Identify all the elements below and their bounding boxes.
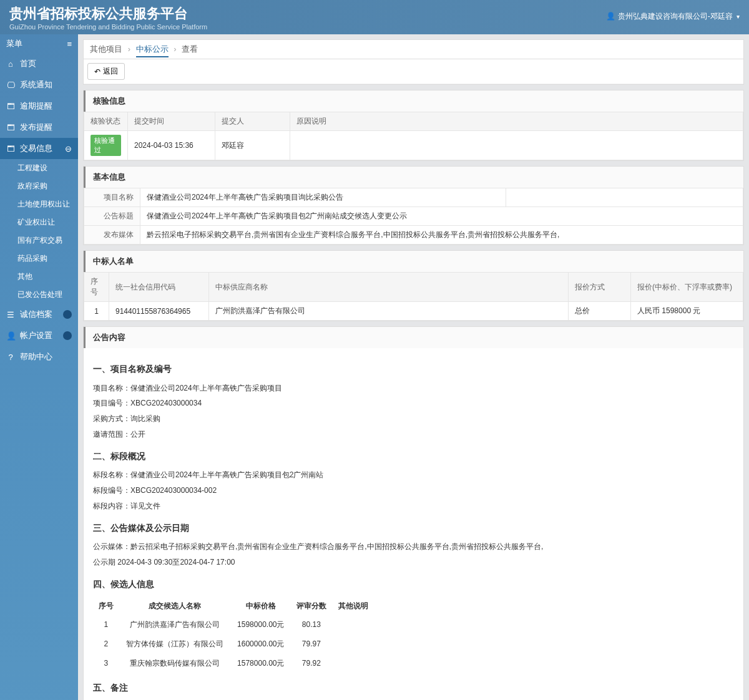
- cell: 1: [84, 302, 109, 321]
- winners-th: 中标供应商名称: [209, 273, 569, 302]
- menu-label: 菜单: [6, 38, 22, 49]
- sidebar-label: 诚信档案: [20, 309, 52, 320]
- notice-line: 标段名称：保健酒业公司2024年上半年高铁广告采购项目包2广州南站: [93, 468, 734, 482]
- sidebar-item-5[interactable]: ☰诚信档案: [0, 304, 78, 325]
- back-icon: ↶: [94, 67, 100, 76]
- winners-th: 序号: [84, 273, 109, 302]
- cand-th: 中标价格: [231, 596, 290, 616]
- notice-line: 项目编号：XBCG202403000034: [93, 396, 734, 411]
- winners-th: 报价方式: [569, 273, 631, 302]
- crumb-1[interactable]: 其他项目: [90, 44, 122, 54]
- cand-th: 评审分数: [290, 596, 332, 616]
- sidebar-subitem-4[interactable]: 国有产权交易: [0, 231, 78, 250]
- cell: 80.13: [290, 615, 332, 634]
- notice-line: 公示媒体：黔云招采电子招标采购交易平台,贵州省国有企业生产资料综合服务平台,中国…: [93, 540, 734, 554]
- verify-time: 2024-04-03 15:36: [128, 131, 215, 160]
- cell: 2: [93, 634, 119, 654]
- sidebar-label: 系统通知: [20, 79, 52, 90]
- notice-line: 采购方式：询比采购: [93, 412, 734, 426]
- sidebar-item-0[interactable]: ⌂首页: [0, 53, 78, 74]
- cell: 广州韵洪嘉泽广告有限公司: [119, 615, 231, 634]
- sidebar-subitem-6[interactable]: 其他: [0, 268, 78, 286]
- crumb-2[interactable]: 中标公示: [136, 44, 169, 57]
- status-badge: 核验通过: [91, 135, 121, 156]
- sidebar-item-4[interactable]: 🗔交易信息⊖: [0, 138, 78, 159]
- cell: [332, 615, 374, 634]
- sidebar-icon: 🗔: [6, 102, 15, 111]
- sidebar-icon: ☰: [6, 310, 15, 319]
- sidebar-subitem-1[interactable]: 政府采购: [0, 177, 78, 195]
- sidebar-icon: 🖵: [6, 80, 15, 90]
- cand-th: 其他说明: [332, 596, 374, 616]
- s1-title: 一、项目名称及编号: [93, 361, 734, 377]
- th-person: 提交人: [215, 112, 290, 131]
- sidebar-item-2[interactable]: 🗔逾期提醒: [0, 95, 78, 117]
- th-time: 提交时间: [128, 112, 215, 131]
- sidebar-icon: 🗔: [6, 123, 15, 132]
- s3-title: 三、公告媒体及公示日期: [93, 520, 734, 537]
- cell: 人民币 1598000 元: [631, 302, 743, 321]
- verify-reason: [290, 131, 743, 160]
- kv-val: 黔云招采电子招标采购交易平台,贵州省国有企业生产资料综合服务平台,中国招投标公共…: [140, 226, 743, 245]
- sidebar-item-7[interactable]: ?帮助中心: [0, 346, 78, 367]
- badge-dot: [63, 310, 72, 319]
- kv-val: 保健酒业公司2024年上半年高铁广告采购项目询比采购公告: [140, 188, 506, 207]
- verify-row: 核验通过 2024-04-03 15:36 邓廷容: [84, 131, 743, 160]
- cell: 914401155876364965: [109, 302, 209, 321]
- sidebar-subitem-2[interactable]: 土地使用权出让: [0, 195, 78, 213]
- cell: 1578000.00元: [231, 654, 290, 673]
- expand-icon: ⊖: [65, 144, 72, 153]
- cell: 79.92: [290, 654, 332, 673]
- sidebar-icon: ⌂: [6, 59, 15, 69]
- cand-th: 成交候选人名称: [119, 596, 231, 616]
- table-row: 1广州韵洪嘉泽广告有限公司1598000.00元80.13: [93, 615, 374, 634]
- winners-th: 统一社会信用代码: [109, 273, 209, 302]
- sidebar-subitem-7[interactable]: 已发公告处理: [0, 286, 78, 304]
- back-label: 返回: [103, 66, 118, 77]
- user-icon: 👤: [606, 12, 615, 21]
- th-reason: 原因说明: [290, 112, 743, 131]
- app-header: 贵州省招标投标公共服务平台 GuiZhou Province Tendering…: [0, 0, 749, 34]
- breadcrumb: 其他项目 › 中标公示 › 查看: [83, 39, 744, 59]
- app-subtitle: GuiZhou Province Tendering and Bidding P…: [9, 23, 207, 31]
- main-content: 其他项目 › 中标公示 › 查看 ↶ 返回 核验信息 核验状态 提交时间 提交人: [78, 34, 749, 700]
- sidebar-label: 帮助中心: [20, 351, 52, 362]
- s2-title: 二、标段概况: [93, 448, 734, 465]
- app-title: 贵州省招标投标公共服务平台: [9, 4, 207, 23]
- table-row: 1914401155876364965广州韵洪嘉泽广告有限公司总价人民币 159…: [84, 302, 743, 321]
- cell: [332, 654, 374, 673]
- cell: 1600000.00元: [231, 634, 290, 654]
- notice-title: 公告内容: [84, 327, 743, 348]
- sidebar-subitem-5[interactable]: 药品采购: [0, 250, 78, 268]
- notice-line: 项目名称：保健酒业公司2024年上半年高铁广告采购项目: [93, 381, 734, 396]
- winners-title: 中标人名单: [84, 251, 743, 272]
- menu-collapse-icon[interactable]: ≡: [67, 39, 72, 49]
- verify-table: 核验状态 提交时间 提交人 原因说明 核验通过 2024-04-03 15:36…: [84, 112, 743, 160]
- kv-val: 保健酒业公司2024年上半年高铁广告采购项目包2广州南站成交候选人变更公示: [140, 207, 743, 226]
- cell: 智方体传媒（江苏）有限公司: [119, 634, 231, 654]
- basic-title: 基本信息: [84, 167, 743, 188]
- sidebar-subitem-0[interactable]: 工程建设: [0, 159, 78, 177]
- notice-line: 邀请范围：公开: [93, 427, 734, 442]
- sidebar-label: 帐户设置: [20, 330, 52, 341]
- cell: 1: [93, 615, 119, 634]
- verify-person: 邓廷容: [215, 131, 290, 160]
- sidebar-icon: 🗔: [6, 144, 15, 153]
- notice-line: 标段编号：XBCG202403000034-002: [93, 484, 734, 498]
- th-status: 核验状态: [84, 112, 128, 131]
- kv-key: 项目名称: [84, 188, 140, 207]
- notice-line: 标段内容：详见文件: [93, 499, 734, 513]
- cell: 3: [93, 654, 119, 673]
- sidebar-item-6[interactable]: 👤帐户设置: [0, 325, 78, 346]
- sidebar-header: 菜单 ≡: [0, 34, 78, 53]
- sidebar: 菜单 ≡ ⌂首页🖵系统通知🗔逾期提醒🗔发布提醒🗔交易信息⊖工程建设政府采购土地使…: [0, 34, 78, 700]
- sidebar-item-3[interactable]: 🗔发布提醒: [0, 117, 78, 138]
- sidebar-subitem-3[interactable]: 矿业权出让: [0, 213, 78, 231]
- user-menu[interactable]: 👤 贵州弘典建设咨询有限公司-邓廷容: [606, 11, 740, 22]
- back-button[interactable]: ↶ 返回: [87, 63, 125, 80]
- basic-table: 项目名称保健酒业公司2024年上半年高铁广告采购项目询比采购公告公告标题保健酒业…: [84, 188, 743, 245]
- badge-dot: [63, 331, 72, 340]
- sidebar-item-1[interactable]: 🖵系统通知: [0, 74, 78, 95]
- kv-key: 发布媒体: [84, 226, 140, 245]
- cell: 总价: [569, 302, 631, 321]
